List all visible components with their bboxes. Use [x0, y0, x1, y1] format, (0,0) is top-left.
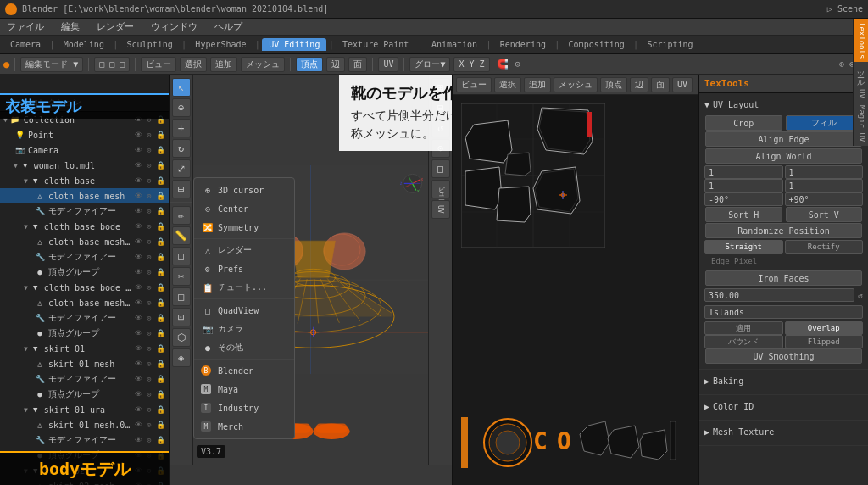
vis-icon[interactable]: 🔒: [155, 222, 165, 231]
outliner-item-8[interactable]: △cloth_base_mesh.001👁⊙🔒: [0, 234, 169, 249]
vis-icon[interactable]: 👁: [133, 146, 143, 154]
extrude-btn[interactable]: ⊡: [172, 308, 191, 326]
outliner-item-19[interactable]: ▼▼skirt_01_ura👁⊙🔒: [0, 402, 169, 417]
vis-icon[interactable]: 🔒: [155, 329, 165, 337]
vis-icon[interactable]: 👁: [133, 360, 143, 368]
viewport-canvas[interactable]: ↖ ⊕ ✛ ↻ ⤢ ⊞ ✏ 📏 □ ✂ ◫ ⊡ ⬡ ◈: [170, 75, 452, 465]
magic-side-tab[interactable]: Magic UV: [853, 102, 868, 145]
uv-smoothing-btn[interactable]: UV Smoothing: [705, 348, 862, 364]
vis-icon[interactable]: 👁: [133, 329, 143, 337]
uv-uv-btn[interactable]: UV: [672, 77, 693, 92]
vis-icon[interactable]: 🔒: [155, 146, 165, 154]
outliner-item-18[interactable]: ●頂点グループ👁⊙🔒: [0, 387, 169, 402]
vis-icon[interactable]: 👁: [133, 207, 143, 215]
tab-scripting[interactable]: Scripting: [640, 38, 699, 51]
vis-icon[interactable]: 🔒: [155, 207, 165, 215]
color-id-header[interactable]: ▶ Color ID: [704, 399, 863, 414]
vis-icon[interactable]: 🔒: [155, 176, 165, 185]
outliner-content[interactable]: ▼📁Collection👁⊙🔒💡Point👁⊙🔒📷Camera👁⊙🔒▼▼woma…: [0, 112, 169, 485]
select-tool-btn[interactable]: ↖: [172, 78, 191, 97]
outliner-item-4[interactable]: ▼▼cloth_base👁⊙🔒: [0, 173, 169, 188]
bound-toggle[interactable]: バウンド: [704, 335, 783, 348]
tab-hypershade[interactable]: HyperShade: [188, 38, 253, 51]
tool-side-tab[interactable]: ツール: [853, 75, 868, 86]
global-orient-btn[interactable]: グロー▼: [409, 57, 450, 72]
size-reset-icon[interactable]: ↺: [858, 291, 863, 300]
snap-icon[interactable]: 🧲: [497, 59, 509, 70]
uv-layout-header[interactable]: ▼ UV Layout: [704, 97, 863, 112]
num-val-1[interactable]: 1: [704, 165, 783, 179]
uv-add-btn[interactable]: 追加: [524, 77, 551, 92]
outliner-item-10[interactable]: ●頂点グループ👁⊙🔒: [0, 265, 169, 280]
sort-v-btn[interactable]: Sort V: [786, 207, 863, 222]
uv-side-tab[interactable]: UV: [853, 86, 868, 102]
vis-icon[interactable]: 🔒: [155, 375, 165, 383]
rotate-tool-btn[interactable]: ↻: [172, 139, 191, 158]
outliner-item-16[interactable]: △skirt_01_mesh👁⊙🔒: [0, 356, 169, 371]
xyz-btn[interactable]: X Y Z: [453, 57, 489, 72]
vis-icon[interactable]: ⊙: [144, 360, 154, 368]
vis-icon[interactable]: 🔒: [155, 161, 165, 170]
expand-arrow[interactable]: ▼: [24, 345, 28, 353]
pie-blender-app[interactable]: B Blender: [194, 361, 294, 380]
uv-mesh-btn[interactable]: メッシュ: [554, 77, 598, 92]
vis-icon[interactable]: 🔒: [155, 390, 165, 399]
vis-icon[interactable]: 👁: [133, 375, 143, 383]
vis-icon[interactable]: ⊙: [144, 314, 154, 322]
outliner-item-7[interactable]: ▼▼cloth_base_bode👁⊙🔒: [0, 219, 169, 234]
outliner-item-2[interactable]: 📷Camera👁⊙🔒: [0, 142, 169, 158]
add-cube-btn[interactable]: □: [172, 247, 191, 265]
tab-modeling[interactable]: Modeling: [57, 38, 111, 51]
flipped-toggle[interactable]: Flipped: [785, 335, 864, 348]
vis-icon[interactable]: 🔒: [155, 131, 165, 139]
rectify-toggle[interactable]: Rectify: [785, 240, 864, 254]
select-menu-btn[interactable]: 選択: [180, 57, 207, 72]
expand-arrow[interactable]: ▼: [24, 284, 28, 292]
vis-icon[interactable]: ⊙: [144, 421, 154, 429]
vis-icon[interactable]: 🔒: [155, 192, 165, 200]
pie-maya-app[interactable]: M Maya: [194, 380, 294, 399]
overlap-toggle[interactable]: Overlap: [785, 321, 864, 335]
menu-edit[interactable]: 編集: [58, 20, 83, 34]
vis-icon[interactable]: ⊙: [144, 146, 154, 154]
move-tool-btn[interactable]: ✛: [172, 119, 191, 137]
apply-toggle[interactable]: 適用: [704, 321, 783, 335]
right-tool-4[interactable]: ⊙: [431, 139, 450, 158]
vis-icon[interactable]: 🔒: [155, 298, 165, 307]
islands-select[interactable]: Islands: [704, 305, 863, 319]
outliner-item-15[interactable]: ▼▼skirt_01👁⊙🔒: [0, 341, 169, 356]
cursor-tool-btn[interactable]: ⊕: [172, 98, 191, 117]
inset-btn[interactable]: ⬡: [172, 328, 191, 347]
pie-camera[interactable]: 📷 カメラ: [194, 320, 294, 338]
baking-header[interactable]: ▶ Baking: [704, 373, 863, 388]
right-tool-3[interactable]: ↺: [431, 119, 450, 137]
right-tool-2[interactable]: ⊟: [431, 98, 450, 117]
edge-btn[interactable]: 辺: [326, 57, 345, 72]
uv-view-btn[interactable]: ビュー: [456, 77, 492, 92]
vis-icon[interactable]: 👁: [133, 298, 143, 307]
expand-arrow[interactable]: ▼: [24, 223, 28, 231]
loop-cut-btn[interactable]: ◫: [172, 287, 191, 306]
bevel-btn[interactable]: ◈: [172, 348, 191, 367]
vis-icon[interactable]: 🔒: [155, 314, 165, 322]
uv-btn[interactable]: UV: [378, 57, 398, 72]
vis-icon[interactable]: ⊙: [144, 131, 154, 139]
align-edge-btn[interactable]: Align Edge: [705, 131, 862, 147]
vis-icon[interactable]: 👁: [133, 222, 143, 231]
sort-h-btn[interactable]: Sort H: [705, 207, 782, 222]
pie-symmetry[interactable]: 🔀 Symmetry: [194, 218, 294, 237]
edit-mode-btn[interactable]: 編集モード ▼: [20, 57, 83, 72]
vis-icon[interactable]: ⊙: [144, 390, 154, 399]
viewport-3d[interactable]: 靴のモデルを作成。 すべて片側半分だけ作成していたのをミラーで左右対称メッシュに…: [170, 75, 453, 485]
outliner-item-12[interactable]: △cloth_base_mesh.002👁⊙🔒: [0, 295, 169, 310]
viewport-shading-btn[interactable]: □ □ □: [94, 57, 130, 72]
vis-icon[interactable]: 👁: [133, 176, 143, 185]
annotate-btn[interactable]: ✏: [172, 206, 191, 225]
view-menu-btn[interactable]: ビュー: [141, 57, 176, 72]
vis-icon[interactable]: 👁: [133, 268, 143, 276]
uv-select-btn[interactable]: 選択: [494, 77, 521, 92]
pie-3d-cursor[interactable]: ⊕ 3D cursor: [194, 181, 294, 199]
pie-merch-app[interactable]: M Merch: [194, 417, 294, 436]
iron-faces-btn[interactable]: Iron Faces: [705, 270, 862, 286]
vis-icon[interactable]: 🔒: [155, 283, 165, 292]
